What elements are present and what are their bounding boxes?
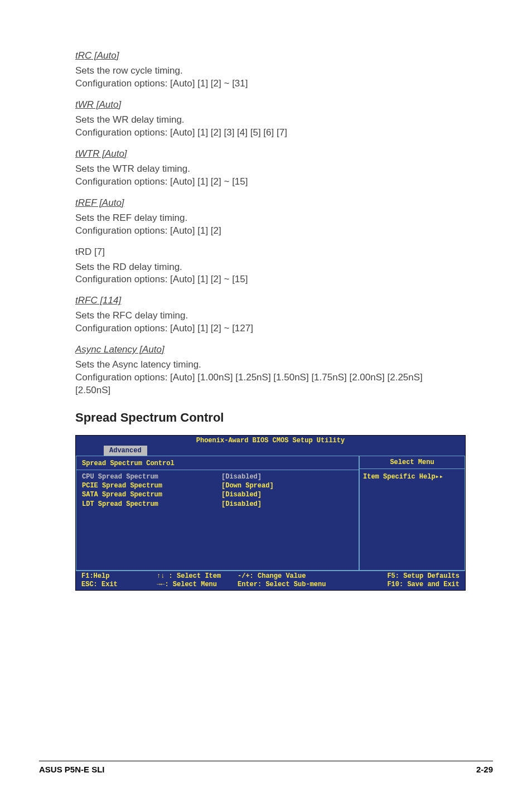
bios-row-ldt-spread[interactable]: LDT Spread Spectrum [Disabled] bbox=[82, 500, 353, 509]
bios-key-help: F1:Help bbox=[81, 572, 157, 581]
bios-footer-col3: -/+: Change Value Enter: Select Sub-menu bbox=[238, 572, 357, 589]
bios-row-sata-spread[interactable]: SATA Spread Spectrum [Disabled] bbox=[82, 490, 353, 499]
setting-tref: tREF [Auto] Sets the REF delay timing.Co… bbox=[75, 197, 457, 238]
page-content: tRC [Auto] Sets the row cycle timing.Con… bbox=[0, 0, 532, 591]
section-heading-spread-spectrum: Spread Spectrum Control bbox=[75, 410, 457, 425]
setting-title: tWR [Auto] bbox=[75, 99, 457, 110]
setting-title: tRD [7] bbox=[75, 247, 457, 258]
bios-row-label: LDT Spread Spectrum bbox=[82, 500, 221, 509]
page-footer: ASUS P5N-E SLI 2-29 bbox=[0, 761, 532, 774]
bios-row-label: PCIE Spread Spectrum bbox=[82, 481, 221, 490]
footer-page-number: 2-29 bbox=[476, 765, 493, 774]
setting-async-latency: Async Latency [Auto] Sets the Async late… bbox=[75, 344, 457, 397]
footer-product-name: ASUS P5N-E SLI bbox=[39, 765, 105, 774]
bios-footer-col2: ↑↓ : Select Item →←: Select Menu bbox=[157, 572, 238, 589]
bios-select-menu-label: Select Menu bbox=[360, 456, 465, 469]
bios-tab-advanced[interactable]: Advanced bbox=[104, 446, 147, 456]
bios-tab-row: Advanced bbox=[76, 446, 465, 456]
setting-desc: Sets the REF delay timing.Configuration … bbox=[75, 212, 457, 238]
setting-trd: tRD [7] Sets the RD delay timing.Configu… bbox=[75, 247, 457, 287]
setting-desc: Sets the WTR delay timing.Configuration … bbox=[75, 163, 457, 189]
bios-right-pane: Select Menu Item Specific Help▸▸ bbox=[359, 456, 465, 571]
setting-desc: Sets the WR delay timing.Configuration o… bbox=[75, 114, 457, 139]
bios-key-select-item: ↑↓ : Select Item bbox=[157, 572, 238, 581]
setting-title: tRFC [114] bbox=[75, 295, 457, 306]
bios-key-defaults: F5: Setup Defaults bbox=[357, 572, 460, 581]
bios-row-value: [Disabled] bbox=[221, 472, 262, 481]
setting-title: tREF [Auto] bbox=[75, 197, 457, 209]
setting-twtr: tWTR [Auto] Sets the WTR delay timing.Co… bbox=[75, 148, 457, 189]
footer-divider bbox=[39, 761, 493, 761]
bios-body: Spread Spectrum Control CPU Spread Spect… bbox=[76, 456, 465, 571]
bios-key-select-menu: →←: Select Menu bbox=[157, 581, 238, 589]
bios-row-label: SATA Spread Spectrum bbox=[82, 490, 221, 499]
setting-desc: Sets the RFC delay timing.Configuration … bbox=[75, 310, 457, 335]
bios-row-value: [Down Spread] bbox=[221, 481, 274, 490]
setting-title: tWTR [Auto] bbox=[75, 148, 457, 160]
setting-trfc: tRFC [114] Sets the RFC delay timing.Con… bbox=[75, 295, 457, 335]
setting-desc: Sets the Async latency timing.Configurat… bbox=[75, 359, 457, 397]
bios-row-label: CPU Spread Spectrum bbox=[82, 472, 221, 481]
bios-row-value: [Disabled] bbox=[221, 500, 262, 509]
bios-key-submenu: Enter: Select Sub-menu bbox=[238, 581, 357, 589]
bios-footer-col4: F5: Setup Defaults F10: Save and Exit bbox=[357, 572, 460, 589]
setting-desc: Sets the row cycle timing.Configuration … bbox=[75, 65, 457, 90]
bios-left-pane: Spread Spectrum Control CPU Spread Spect… bbox=[76, 456, 359, 571]
setting-trc: tRC [Auto] Sets the row cycle timing.Con… bbox=[75, 50, 457, 90]
bios-footer: F1:Help ESC: Exit ↑↓ : Select Item →←: S… bbox=[76, 571, 465, 590]
setting-twr: tWR [Auto] Sets the WR delay timing.Conf… bbox=[75, 99, 457, 139]
setting-desc: Sets the RD delay timing.Configuration o… bbox=[75, 261, 457, 287]
bios-subheader: Spread Spectrum Control bbox=[76, 458, 359, 470]
setting-title: Async Latency [Auto] bbox=[75, 344, 457, 355]
bios-row-cpu-spread[interactable]: CPU Spread Spectrum [Disabled] bbox=[82, 472, 353, 481]
bios-key-change-value: -/+: Change Value bbox=[238, 572, 357, 581]
bios-window: Phoenix-Award BIOS CMOS Setup Utility Ad… bbox=[75, 435, 466, 591]
bios-title: Phoenix-Award BIOS CMOS Setup Utility bbox=[76, 436, 465, 446]
setting-title: tRC [Auto] bbox=[75, 50, 457, 61]
bios-key-exit: ESC: Exit bbox=[81, 581, 157, 589]
bios-row-pcie-spread[interactable]: PCIE Spread Spectrum [Down Spread] bbox=[82, 481, 353, 490]
bios-key-save-exit: F10: Save and Exit bbox=[357, 581, 460, 589]
bios-settings-list: CPU Spread Spectrum [Disabled] PCIE Spre… bbox=[76, 470, 359, 570]
bios-help-text: Item Specific Help▸▸ bbox=[360, 469, 465, 484]
bios-footer-col1: F1:Help ESC: Exit bbox=[81, 572, 157, 589]
bios-row-value: [Disabled] bbox=[221, 490, 262, 499]
